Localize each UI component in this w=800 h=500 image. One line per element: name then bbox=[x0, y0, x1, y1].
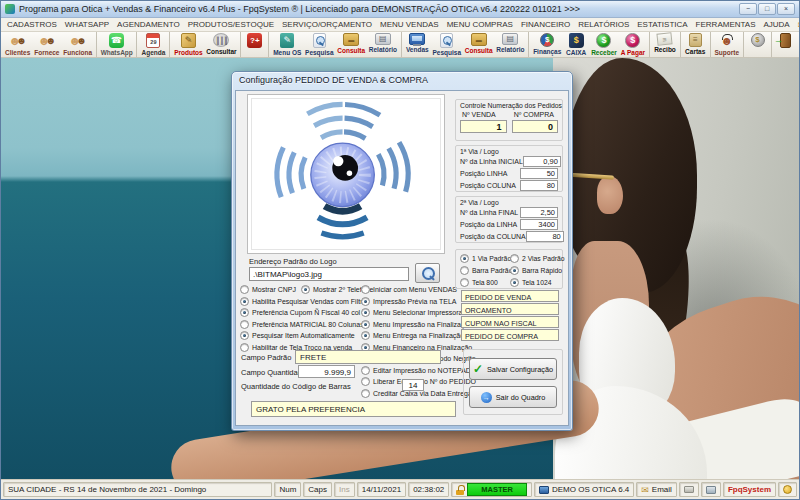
radio-button[interactable] bbox=[240, 308, 249, 317]
menu-item[interactable]: ESTATISTICA bbox=[633, 20, 691, 29]
document-title-field[interactable]: PEDIDO DE VENDA bbox=[461, 290, 559, 302]
menu-item[interactable]: MENU COMPRAS bbox=[443, 20, 517, 29]
close-button[interactable]: × bbox=[777, 3, 795, 15]
radio-button[interactable] bbox=[240, 285, 249, 294]
toolbar-button[interactable]: A Pagar bbox=[619, 32, 647, 57]
toolbar-button[interactable]: Consultar bbox=[205, 32, 239, 57]
status-key[interactable] bbox=[778, 482, 797, 497]
toolbar-button[interactable]: Consulta bbox=[463, 32, 495, 57]
menu-item[interactable]: SERVIÇO/ORÇAMENTO bbox=[278, 20, 376, 29]
option-row[interactable]: Impressão Prévia na TELA bbox=[361, 296, 461, 308]
toolbar-button[interactable] bbox=[240, 32, 266, 57]
toolbar-button[interactable] bbox=[743, 32, 769, 57]
dialog-title[interactable]: Configuração PEDIDO DE VENDA & COMPRA bbox=[232, 72, 572, 89]
exit-button[interactable]: Sair do Quadro bbox=[469, 386, 557, 408]
toolbar-button[interactable]: Produtos bbox=[169, 32, 204, 57]
menu-item[interactable]: MENU VENDAS bbox=[376, 20, 443, 29]
via-input[interactable]: 80 bbox=[526, 231, 564, 242]
radio-button[interactable] bbox=[361, 366, 370, 375]
toolbar-button[interactable]: Agenda bbox=[136, 32, 167, 57]
menu-item[interactable]: FINANCEIRO bbox=[517, 20, 574, 29]
option-row[interactable]: Tela 800 bbox=[460, 277, 510, 287]
option-row[interactable]: Preferência Cupom Ñ Fiscal 40 col bbox=[240, 307, 362, 319]
toolbar-button[interactable]: Fornece bbox=[32, 32, 61, 57]
menu-item[interactable]: WHATSAPP bbox=[61, 20, 113, 29]
toolbar-button[interactable]: Pesquisa bbox=[303, 32, 335, 57]
menu-item[interactable]: E-MAIL bbox=[794, 20, 800, 30]
option-row[interactable]: Pesquisar Item Automaticamente bbox=[240, 330, 362, 342]
toolbar-button[interactable]: Funciona bbox=[61, 32, 94, 57]
toolbar-button[interactable]: CAIXA bbox=[563, 32, 589, 57]
option-row[interactable]: Menu Selecionar Impressora bbox=[361, 307, 461, 319]
radio-button[interactable] bbox=[301, 285, 310, 294]
option-row[interactable]: Iniciar com Menu VENDAS bbox=[361, 284, 461, 296]
toolbar-button[interactable]: Consulta bbox=[335, 32, 367, 57]
radio-button[interactable] bbox=[240, 331, 249, 340]
option-row[interactable]: 1 Via Padrão bbox=[460, 253, 510, 263]
option-row[interactable]: Menu Impressão na Finalização bbox=[361, 319, 461, 331]
option-row[interactable]: Mostrar CNPJ bbox=[240, 284, 296, 296]
radio-button[interactable] bbox=[361, 377, 370, 386]
menu-item[interactable]: CADASTROS bbox=[3, 20, 61, 29]
footer-message-field[interactable]: GRATO PELA PREFERENCIA bbox=[251, 401, 456, 417]
option-row[interactable]: Preferência MATRICIAL 80 Colunas bbox=[240, 319, 362, 331]
option-row[interactable]: Barra Rápido bbox=[510, 265, 562, 275]
browse-logo-button[interactable] bbox=[415, 263, 440, 283]
document-title-field[interactable]: ORCAMENTO bbox=[461, 303, 559, 315]
compra-number-input[interactable]: 0 bbox=[512, 120, 559, 133]
venda-number-input[interactable]: 1 bbox=[460, 120, 507, 133]
menu-item[interactable]: PRODUTOS/ESTOQUE bbox=[184, 20, 278, 29]
radio-button[interactable] bbox=[361, 331, 370, 340]
minimize-button[interactable]: − bbox=[739, 3, 757, 15]
radio-button[interactable] bbox=[460, 254, 469, 263]
via-input[interactable]: 3400 bbox=[520, 219, 558, 230]
menu-item[interactable]: FERRAMENTAS bbox=[692, 20, 760, 29]
menu-item[interactable]: RELATÓRIOS bbox=[574, 20, 633, 29]
toolbar-button[interactable]: Relatório bbox=[494, 32, 526, 57]
toolbar-button[interactable]: Clientes bbox=[3, 32, 32, 57]
toolbar-button[interactable]: Vendas bbox=[401, 32, 431, 57]
via-input[interactable]: 50 bbox=[520, 168, 558, 179]
toolbar-button[interactable]: Relatório bbox=[367, 32, 399, 57]
status-email[interactable]: Email bbox=[636, 482, 677, 497]
document-title-field[interactable]: PEDIDO DE COMPRA bbox=[461, 329, 559, 341]
campo-pad-input[interactable]: FRETE bbox=[295, 350, 441, 364]
radio-button[interactable] bbox=[240, 297, 249, 306]
toolbar-button[interactable]: Suporte bbox=[710, 32, 742, 57]
radio-button[interactable] bbox=[460, 278, 469, 287]
radio-button[interactable] bbox=[361, 297, 370, 306]
radio-button[interactable] bbox=[240, 320, 249, 329]
toolbar-button[interactable] bbox=[771, 32, 797, 57]
via-input[interactable]: 2,50 bbox=[520, 207, 558, 218]
menu-item[interactable]: AJUDA bbox=[759, 20, 793, 29]
option-row[interactable]: Tela 1024 bbox=[510, 277, 562, 287]
toolbar-button[interactable]: WhatsApp bbox=[96, 32, 135, 57]
option-row[interactable]: Editar Impressão no NOTEPAD bbox=[361, 365, 461, 377]
toolbar-button[interactable]: Cartas bbox=[680, 32, 708, 57]
maximize-button[interactable]: □ bbox=[758, 3, 776, 15]
radio-button[interactable] bbox=[510, 254, 519, 263]
status-monitor[interactable] bbox=[701, 482, 721, 497]
barcode-qty-input[interactable]: 14 bbox=[402, 379, 424, 391]
via-input[interactable]: 80 bbox=[520, 180, 558, 191]
toolbar-button[interactable]: Receber bbox=[589, 32, 619, 57]
radio-button[interactable] bbox=[361, 308, 370, 317]
radio-button[interactable] bbox=[510, 266, 519, 275]
save-config-button[interactable]: Salvar Configuração bbox=[469, 358, 557, 380]
radio-button[interactable] bbox=[361, 320, 370, 329]
radio-button[interactable] bbox=[510, 278, 519, 287]
toolbar-button[interactable]: Menu OS bbox=[268, 32, 303, 57]
toolbar-button[interactable]: Recibo bbox=[649, 32, 678, 57]
option-row[interactable]: 2 Vias Padrão bbox=[510, 253, 562, 263]
toolbar-button[interactable]: Pesquisa bbox=[431, 32, 463, 57]
radio-button[interactable] bbox=[460, 266, 469, 275]
option-row[interactable]: Menu Entrega na Finalização bbox=[361, 330, 461, 342]
status-printer[interactable] bbox=[679, 482, 699, 497]
menu-item[interactable]: AGENDAMENTO bbox=[113, 20, 184, 29]
document-title-field[interactable]: CUPOM NAO FISCAL bbox=[461, 316, 559, 328]
radio-button[interactable] bbox=[361, 285, 370, 294]
toolbar-button[interactable]: Finanças bbox=[528, 32, 563, 57]
logo-path-input[interactable]: .\BITMAP\logo3.jpg bbox=[249, 267, 409, 281]
option-row[interactable]: Habilita Pesquisar Vendas com Filtro bbox=[240, 296, 362, 308]
radio-button[interactable] bbox=[240, 343, 249, 352]
